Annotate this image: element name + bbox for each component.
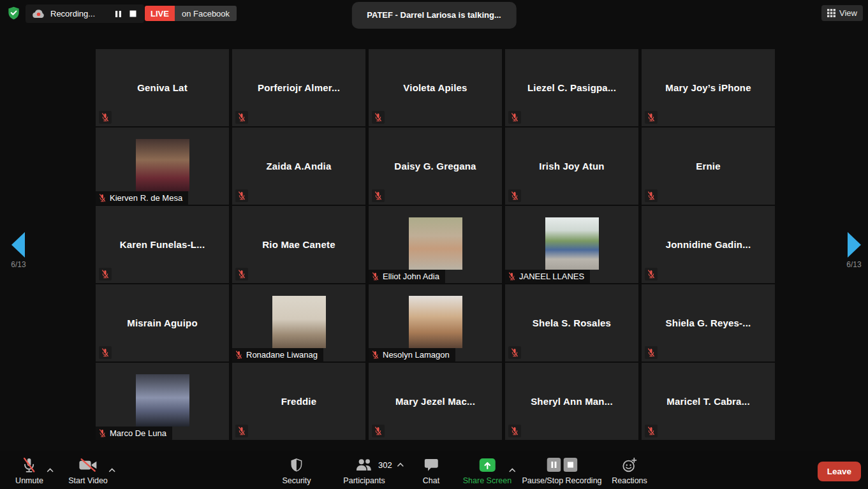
participant-tile[interactable]: Daisy G. Gregana — [369, 128, 502, 205]
participant-tile[interactable]: Elliot John Adia — [369, 206, 502, 283]
security-shield-icon — [290, 458, 304, 472]
chevron-up-icon[interactable] — [509, 463, 516, 475]
pause-recording-button[interactable] — [114, 9, 123, 19]
page-indicator-left: 6/13 — [4, 260, 33, 269]
participant-tile[interactable]: Ronadane Liwanag — [232, 284, 365, 361]
unmute-button[interactable]: Unmute — [15, 456, 43, 485]
stop-recording-button[interactable] — [128, 9, 138, 18]
participant-name: Liezel C. Pasigpa... — [505, 49, 638, 126]
muted-mic-box — [235, 268, 248, 281]
muted-mic-icon — [374, 191, 383, 200]
participant-name: Karen Funelas-L... — [96, 206, 229, 283]
recording-cloud-icon — [32, 9, 45, 18]
participant-tile[interactable]: Mary Jezel Mac... — [369, 363, 502, 440]
participant-tile[interactable]: Karen Funelas-L... — [96, 206, 229, 283]
participant-tile[interactable]: Porferiojr Almer... — [232, 49, 365, 126]
stop-icon — [129, 10, 136, 17]
participant-tile[interactable]: Irish Joy Atun — [505, 128, 638, 205]
bottom-toolbar: Unmute Start Video — [0, 451, 868, 489]
zoom-meeting-window: Recording... LIVE on Facebook PATEF - Da… — [0, 0, 868, 489]
participant-name: Marco De Luna — [110, 428, 166, 438]
muted-mic-box — [508, 111, 521, 124]
participant-name-bar: Nesolyn Lamagon — [369, 348, 455, 361]
muted-mic-icon — [647, 270, 656, 279]
pause-recording-icon[interactable] — [547, 458, 561, 472]
share-screen-button[interactable]: Share Screen — [463, 456, 511, 485]
participant-tile[interactable]: Maricel T. Cabra... — [642, 363, 775, 440]
muted-mic-box — [645, 346, 658, 359]
chevron-up-icon[interactable] — [47, 463, 54, 475]
muted-mic-icon — [237, 427, 246, 435]
participant-name: Misrain Aguipo — [96, 284, 229, 361]
muted-mic-icon — [647, 191, 656, 200]
participant-video — [409, 296, 462, 348]
pause-icon — [115, 10, 122, 18]
chevron-up-icon[interactable] — [397, 463, 404, 467]
stop-recording-icon[interactable] — [563, 458, 577, 472]
participant-tile[interactable]: Nesolyn Lamagon — [369, 284, 502, 361]
participant-name: Mary Joy’s iPhone — [642, 49, 775, 126]
meeting-info-shield-icon[interactable] — [6, 6, 21, 20]
reactions-label: Reactions — [612, 476, 647, 485]
muted-mic-box — [372, 111, 385, 124]
muted-mic-icon — [237, 191, 246, 200]
muted-mic-box — [99, 111, 112, 124]
participant-tile[interactable]: Misrain Aguipo — [96, 284, 229, 361]
view-button[interactable]: View — [821, 5, 863, 21]
muted-mic-icon — [101, 113, 110, 122]
pause-stop-recording-button[interactable]: Pause/Stop Recording — [522, 456, 601, 485]
reactions-smiley-icon — [622, 457, 638, 473]
muted-mic-icon — [510, 113, 519, 122]
participants-icon: 302 — [355, 458, 374, 472]
security-button[interactable]: Security — [282, 456, 311, 485]
participants-button[interactable]: 302 Participants — [343, 456, 385, 485]
chevron-up-icon[interactable] — [108, 463, 115, 475]
participant-tile[interactable]: Geniva Lat — [96, 49, 229, 126]
muted-mic-box — [372, 425, 385, 437]
participant-tile[interactable]: Ernie — [642, 128, 775, 205]
participant-video — [545, 217, 599, 270]
participant-tile[interactable]: Mary Joy’s iPhone — [642, 49, 775, 126]
leave-button[interactable]: Leave — [818, 462, 861, 481]
participant-name: Elliot John Adia — [383, 272, 439, 281]
muted-mic-box — [508, 346, 521, 359]
participant-name: Daisy G. Gregana — [369, 128, 502, 205]
start-video-button[interactable]: Start Video — [68, 456, 108, 485]
muted-mic-icon — [101, 270, 110, 279]
muted-mic-icon — [374, 113, 383, 122]
participant-tile[interactable]: Marco De Luna — [96, 363, 229, 440]
muted-mic-icon — [237, 270, 246, 279]
muted-mic-box — [645, 268, 658, 281]
gallery-grid: Geniva Lat Porferiojr Almer... Violeta A… — [96, 49, 775, 440]
participant-tile[interactable]: Sheryl Ann Man... — [505, 363, 638, 440]
participant-name: Rio Mae Canete — [232, 206, 365, 283]
participant-tile[interactable]: Jonnidine Gadin... — [642, 206, 775, 283]
muted-mic-box — [372, 189, 385, 202]
participant-name: Maricel T. Cabra... — [642, 363, 775, 440]
participant-tile[interactable]: Liezel C. Pasigpa... — [505, 49, 638, 126]
participant-name: Ernie — [642, 128, 775, 205]
muted-mic-box — [508, 425, 521, 437]
next-page-arrow[interactable] — [848, 232, 861, 258]
muted-mic-icon — [101, 348, 110, 357]
participant-tile[interactable]: Shela S. Rosales — [505, 284, 638, 361]
muted-mic-icon — [508, 272, 516, 281]
chat-button[interactable]: Chat — [423, 456, 439, 485]
muted-mic-icon — [235, 351, 243, 359]
previous-page-arrow[interactable] — [11, 232, 25, 258]
participant-tile[interactable]: JANEEL LLANES — [505, 206, 638, 283]
muted-mic-icon — [510, 348, 519, 357]
participant-tile[interactable]: Kierven R. de Mesa — [96, 128, 229, 205]
muted-mic-icon — [237, 113, 246, 122]
video-off-icon — [78, 458, 98, 472]
live-stream-badge[interactable]: LIVE on Facebook — [145, 6, 237, 21]
muted-mic-box — [645, 111, 658, 124]
participant-tile[interactable]: Violeta Apiles — [369, 49, 502, 126]
participant-tile[interactable]: Shiela G. Reyes-... — [642, 284, 775, 361]
live-location-label: on Facebook — [175, 6, 237, 21]
chat-label: Chat — [423, 476, 439, 485]
participant-tile[interactable]: Zaida A.Andia — [232, 128, 365, 205]
reactions-button[interactable]: Reactions — [612, 456, 647, 485]
participant-tile[interactable]: Freddie — [232, 363, 365, 440]
participant-tile[interactable]: Rio Mae Canete — [232, 206, 365, 283]
